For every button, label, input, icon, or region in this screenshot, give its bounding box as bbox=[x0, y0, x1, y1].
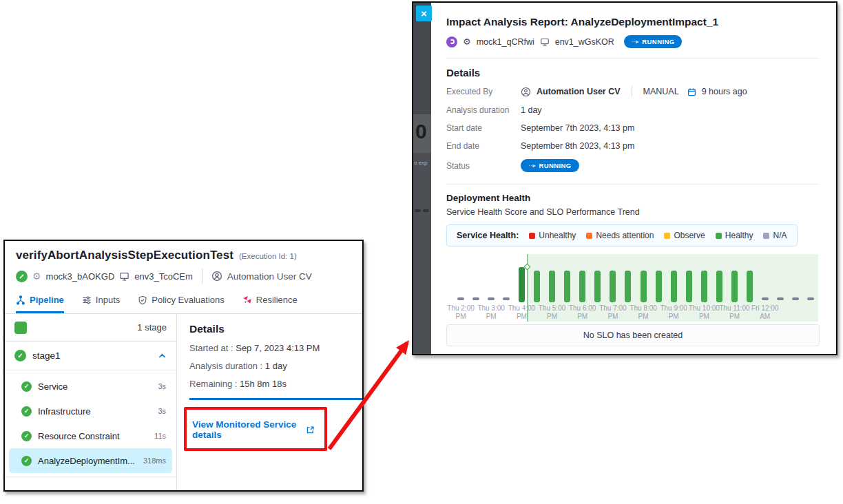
check-circle-icon: ✓ bbox=[21, 431, 32, 441]
environment-icon bbox=[540, 37, 550, 47]
deployment-health-chart: Thu 2:00PMThu 3:00PMThu 4:00PMThu 5:00PM… bbox=[446, 254, 818, 322]
pipeline-icon bbox=[16, 295, 25, 305]
tab-resilience[interactable]: Resilience bbox=[242, 289, 298, 313]
close-drawer-button[interactable]: × bbox=[416, 6, 432, 21]
no-slo-message: No SLO has been created bbox=[583, 330, 683, 340]
executed-by-user: Automation User CV bbox=[537, 87, 621, 96]
tab-label: Inputs bbox=[96, 295, 120, 305]
step-name: Infrastructure bbox=[38, 406, 152, 417]
legend-item-needs-attention: Needs attention bbox=[586, 231, 654, 240]
status-label: Status bbox=[446, 161, 521, 171]
calendar-icon bbox=[687, 87, 696, 96]
observe-swatch bbox=[664, 233, 670, 239]
user-icon bbox=[211, 271, 222, 282]
check-circle-icon: ✓ bbox=[21, 406, 32, 417]
impact-analysis-drawer: × 0 o exp Impact Analysis Report: Analyz… bbox=[412, 1, 837, 355]
trigger-type: MANUAL bbox=[643, 87, 679, 96]
stage-name: stage1 bbox=[32, 350, 152, 361]
step-duration: 318ms bbox=[143, 456, 166, 465]
health-bar bbox=[641, 271, 647, 302]
unhealthy-swatch bbox=[529, 233, 535, 239]
step-name: Service bbox=[38, 381, 152, 392]
tab-label: Policy Evaluations bbox=[152, 295, 225, 305]
health-bar bbox=[579, 271, 585, 302]
stage-list-column: 1 stage ✓ stage1 ✓ Service 3s ✓ Infrastr… bbox=[5, 314, 177, 490]
divider bbox=[446, 184, 820, 185]
legend-title: Service Health: bbox=[457, 231, 519, 240]
service-gear-icon: ⚙ bbox=[32, 271, 41, 281]
start-date-value: September 7th 2023, 4:13 pm bbox=[521, 123, 820, 133]
x-tick-label: Fri 12:00AM bbox=[745, 304, 786, 321]
tab-label: Pipeline bbox=[30, 295, 64, 305]
step-row-resource-constraint[interactable]: ✓ Resource Constraint 11s bbox=[9, 423, 172, 448]
background-metric-value: 0 bbox=[415, 121, 427, 142]
step-name: Resource Constraint bbox=[38, 431, 148, 441]
stage-status-square bbox=[14, 322, 27, 334]
annotation-highlight-box: View Monitored Service details bbox=[184, 407, 327, 451]
na-dash bbox=[792, 297, 799, 300]
step-row-infrastructure[interactable]: ✓ Infrastructure 3s bbox=[9, 399, 172, 423]
report-title: Impact Analysis Report: AnalyzeDeploymen… bbox=[446, 16, 820, 28]
tab-pipeline[interactable]: Pipeline bbox=[16, 289, 64, 313]
health-bar bbox=[564, 271, 570, 302]
dimmed-background-strip: 0 o exp bbox=[413, 3, 431, 354]
check-circle-icon: ✓ bbox=[21, 456, 32, 466]
step-name: AnalyzeDeploymentIm... bbox=[38, 456, 137, 466]
tab-inputs[interactable]: Inputs bbox=[82, 289, 120, 313]
step-details-column: Details Started at : Sep 7, 2023 4:13 PM… bbox=[177, 314, 362, 490]
health-bar bbox=[549, 271, 555, 302]
health-source-icon bbox=[446, 36, 457, 48]
stage-row-stage1[interactable]: ✓ stage1 bbox=[5, 342, 176, 370]
started-at-label: Started at : bbox=[189, 343, 233, 353]
health-bar bbox=[656, 271, 662, 302]
deployment-health-subtitle: Service Health Score and SLO Performance… bbox=[446, 207, 820, 217]
health-bar bbox=[610, 271, 616, 302]
service-gear-icon: ⚙ bbox=[463, 36, 471, 47]
analysis-duration-label: Analysis duration bbox=[446, 105, 521, 115]
health-bar bbox=[625, 271, 631, 302]
step-row-analyze-deployment-impact[interactable]: ✓ AnalyzeDeploymentIm... 318ms bbox=[9, 448, 172, 473]
health-bar bbox=[519, 267, 525, 302]
step-duration: 11s bbox=[154, 432, 166, 440]
status-badge: ∙∙▸ RUNNING bbox=[624, 35, 683, 48]
health-bar bbox=[534, 271, 540, 302]
na-dash bbox=[762, 297, 769, 300]
deployment-health-heading: Deployment Health bbox=[446, 193, 820, 203]
na-dash bbox=[457, 297, 464, 300]
environment-name: env1_wGsKOR bbox=[555, 37, 614, 47]
remaining-label: Remaining : bbox=[189, 379, 237, 389]
tab-policy-evaluations[interactable]: Policy Evaluations bbox=[138, 289, 225, 313]
step-row-service[interactable]: ✓ Service 3s bbox=[9, 374, 172, 399]
drawer-content: Impact Analysis Report: AnalyzeDeploymen… bbox=[431, 3, 836, 354]
na-dash bbox=[472, 297, 479, 300]
executed-by-label: Executed By bbox=[446, 87, 521, 96]
analysis-progress-bar bbox=[189, 398, 362, 400]
background-shape bbox=[415, 209, 421, 212]
remaining-value: 15h 8m 18s bbox=[240, 379, 287, 389]
analysis-duration-label: Analysis duration : bbox=[189, 361, 262, 371]
check-circle-icon: ✓ bbox=[21, 381, 32, 392]
service-name: mock1_qCRfwi bbox=[477, 37, 534, 47]
na-swatch bbox=[763, 233, 769, 239]
executor-name: Automation User CV bbox=[227, 271, 312, 282]
analysis-duration-value: 1 day bbox=[521, 105, 820, 115]
needs-attention-swatch bbox=[586, 233, 592, 239]
divider bbox=[202, 269, 202, 284]
chevron-up-icon[interactable] bbox=[158, 351, 167, 360]
details-heading: Details bbox=[446, 67, 820, 78]
divider bbox=[446, 58, 820, 59]
view-monitored-service-link[interactable]: View Monitored Service details bbox=[192, 419, 315, 440]
health-bar bbox=[747, 271, 753, 302]
divider bbox=[632, 86, 632, 97]
external-link-icon bbox=[306, 426, 315, 434]
health-bar bbox=[594, 271, 601, 302]
legend-item-observe: Observe bbox=[664, 231, 705, 240]
resilience-icon bbox=[242, 295, 252, 305]
end-date-label: End date bbox=[446, 141, 521, 151]
execution-title: verifyAbortAnalysisStepExecutionTest bbox=[16, 249, 233, 262]
na-dash bbox=[503, 297, 510, 300]
no-slo-message-box: No SLO has been created bbox=[446, 324, 820, 346]
inputs-icon bbox=[82, 295, 92, 305]
user-icon bbox=[521, 87, 531, 97]
tab-bar: Pipeline Inputs Policy Evaluations Resil… bbox=[5, 289, 362, 314]
